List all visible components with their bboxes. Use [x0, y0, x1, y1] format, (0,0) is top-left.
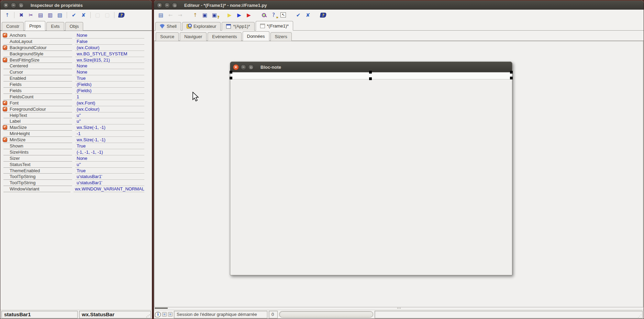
override-checkbox[interactable]	[3, 125, 7, 130]
horizontal-scrollbar[interactable]	[154, 307, 644, 310]
property-row[interactable]: BestFittingSize wx.Size(815, 21)	[0, 57, 152, 63]
property-row[interactable]: AutoLayout False	[0, 38, 152, 45]
statusbar-button[interactable]	[162, 312, 167, 317]
property-value-cell[interactable]: u''	[75, 118, 144, 124]
property-row[interactable]: Sizer None	[0, 155, 152, 162]
save-button[interactable]: ▣	[201, 12, 209, 19]
property-row[interactable]: WindowVariant wx.WINDOW_VARIANT_NORMAL	[0, 186, 152, 192]
selection-handle[interactable]	[369, 71, 372, 74]
minimize-button[interactable]: −	[164, 2, 170, 8]
property-row[interactable]: ForegroundColour (wx.Colour)	[0, 106, 152, 112]
inspector-titlebar[interactable]: × − Inspecteur de propriétés	[0, 0, 152, 10]
tab-source[interactable]: Source	[156, 32, 179, 41]
apply-button[interactable]: ✔	[295, 12, 302, 19]
property-row[interactable]: SizeHints (-1, -1, -1, -1)	[0, 149, 152, 155]
help-button[interactable]: ?	[118, 12, 125, 19]
selection-handle[interactable]	[230, 77, 232, 79]
editor-titlebar[interactable]: × − Editeur - *(Frame1)* - none://Frame1…	[154, 0, 644, 10]
property-value-cell[interactable]: True	[75, 143, 144, 149]
property-row[interactable]: ToolTipString u'statusBar1'	[0, 180, 152, 186]
property-row[interactable]: Font (wx.Font)	[0, 100, 152, 106]
tab-explorer[interactable]: Explorateur	[182, 22, 221, 31]
tab-app1[interactable]: *(App1)*	[222, 22, 254, 31]
tab-naviguer[interactable]: Naviguer	[180, 32, 207, 41]
property-row[interactable]: HelpText u''	[0, 112, 152, 119]
property-row[interactable]: Shown True	[0, 143, 152, 149]
context-help-button[interactable]: ? »	[270, 12, 277, 19]
copy-button[interactable]: ▤	[37, 12, 44, 19]
toolbar-button[interactable]	[114, 12, 114, 18]
toolbar-button[interactable]	[314, 12, 317, 19]
property-value-cell[interactable]: u'statusBar1'	[75, 174, 144, 180]
maximize-button[interactable]	[18, 2, 24, 8]
property-value-cell[interactable]: wx.BG_STYLE_SYSTEM	[75, 51, 144, 57]
property-value-cell[interactable]: wx.Size(-1, -1)	[75, 124, 144, 131]
property-row[interactable]: Label u''	[0, 118, 152, 124]
tab-objs[interactable]: Objs	[65, 22, 84, 31]
remove-item-button[interactable]: ▢	[103, 12, 111, 19]
close-button[interactable]: ×	[233, 64, 239, 70]
apply-button[interactable]: ✔	[70, 12, 78, 19]
property-value-cell[interactable]: (Fields)	[75, 81, 144, 88]
override-checkbox[interactable]	[3, 58, 7, 62]
toolbar-button[interactable]	[186, 12, 189, 19]
toolbar-button[interactable]	[14, 12, 14, 18]
toolbar-button[interactable]	[90, 12, 91, 18]
property-row[interactable]: ThemeEnabled True	[0, 168, 152, 174]
property-row[interactable]: Fields (Fields)	[0, 88, 152, 94]
close-button[interactable]: ×	[3, 2, 9, 8]
property-row[interactable]: BackgroundStyle wx.BG_STYLE_SYSTEM	[0, 51, 152, 57]
run-app-button[interactable]: ▶	[235, 12, 243, 19]
selection-handle[interactable]	[510, 71, 513, 74]
revert-button[interactable]: ✘	[80, 12, 87, 19]
selection-handle[interactable]	[230, 71, 232, 74]
statusbar-button[interactable]	[168, 312, 173, 317]
property-row[interactable]: MaxSize wx.Size(-1, -1)	[0, 124, 152, 131]
property-row[interactable]: Centered None	[0, 63, 152, 69]
property-value-cell[interactable]: (wx.Colour)	[75, 45, 144, 51]
property-row[interactable]: Cursor None	[0, 69, 152, 75]
delete-button[interactable]: ✖	[18, 12, 25, 19]
property-value-cell[interactable]: None	[75, 32, 144, 38]
toolbar-button[interactable]	[220, 12, 224, 19]
forward-button[interactable]: →	[176, 12, 184, 19]
property-value-cell[interactable]: (-1, -1, -1, -1)	[75, 149, 144, 155]
close-button[interactable]: ×	[157, 2, 163, 8]
tab-props[interactable]: Props	[25, 21, 45, 31]
tab-constr[interactable]: Constr	[2, 22, 24, 31]
override-checkbox[interactable]	[3, 107, 7, 111]
property-value-cell[interactable]: wx.Size(-1, -1)	[75, 137, 144, 143]
minimize-button[interactable]: −	[241, 64, 246, 70]
add-item-button[interactable]: ▢	[94, 12, 101, 19]
property-value-cell[interactable]: (wx.Font)	[75, 100, 144, 106]
tab-frame1[interactable]: *(Frame1)*	[256, 21, 293, 31]
selection-handle[interactable]	[369, 77, 372, 80]
tab-sizers[interactable]: Sizers	[270, 32, 292, 41]
property-value-cell[interactable]: wx.WINDOW_VARIANT_NORMAL	[74, 186, 144, 192]
tab-evts[interactable]: Evts	[46, 22, 64, 31]
toolbar-button[interactable]	[255, 12, 258, 19]
override-checkbox[interactable]	[3, 138, 7, 142]
property-row[interactable]: MinHeight -1	[0, 131, 152, 137]
property-row[interactable]: ToolTipString u'statusBar1'	[0, 174, 152, 180]
debug-button[interactable]: ▶	[245, 12, 253, 19]
run-script-button[interactable]: ▶	[226, 12, 233, 19]
debug-browser-button[interactable]	[260, 12, 268, 19]
property-value-cell[interactable]: u''	[75, 112, 144, 119]
override-checkbox[interactable]	[3, 45, 7, 50]
widget-picker-button[interactable]: ↖	[279, 12, 287, 19]
editor-views-button[interactable]: ▤	[157, 12, 165, 19]
tab-shell[interactable]: Shell	[155, 22, 181, 31]
maximize-button[interactable]	[248, 64, 254, 70]
property-value-cell[interactable]: False	[75, 38, 144, 45]
override-checkbox[interactable]	[3, 101, 7, 105]
property-row[interactable]: MinSize wx.Size(-1, -1)	[0, 137, 152, 143]
tab-donnees[interactable]: Données	[243, 31, 269, 41]
property-row[interactable]: Enabled True	[0, 75, 152, 81]
property-value-cell[interactable]: None	[75, 69, 144, 75]
toolbar-button[interactable]	[289, 12, 292, 19]
maximize-button[interactable]	[172, 2, 178, 8]
property-value-cell[interactable]: u'statusBar1'	[75, 180, 144, 186]
override-checkbox[interactable]	[3, 33, 7, 37]
notes-button[interactable]: ▧	[56, 12, 64, 19]
